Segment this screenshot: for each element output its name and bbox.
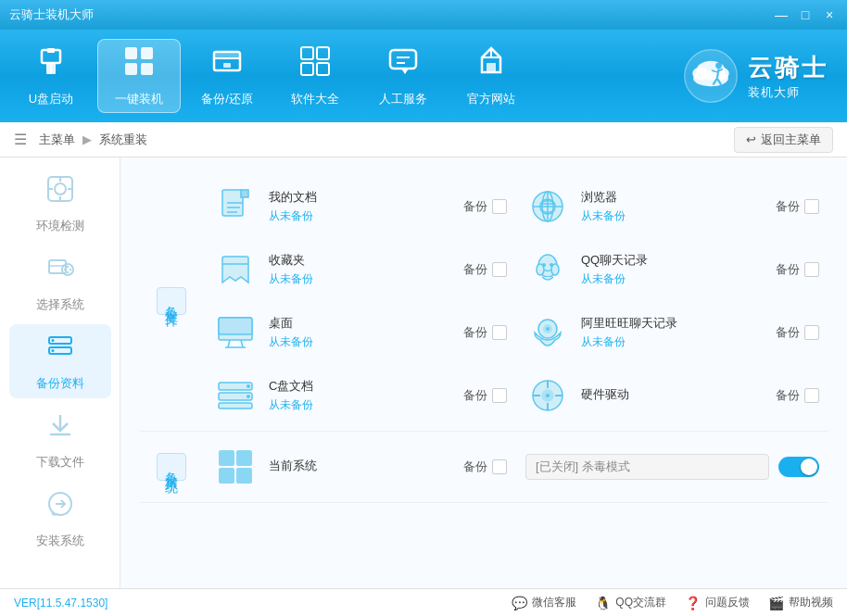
logo-sub-text: 装机大师 — [748, 84, 828, 101]
backup-item-alibaba: 阿里旺旺聊天记录 从未备份 备份 — [516, 305, 828, 360]
svg-rect-5 — [141, 47, 153, 59]
status-feedback[interactable]: ❓ 问题反馈 — [685, 595, 750, 610]
backup-item-browser: 浏览器 从未备份 备份 — [516, 179, 828, 234]
nav-item-service[interactable]: 人工服务 — [361, 39, 445, 113]
sidebar-item-download[interactable]: 下载文件 — [9, 403, 111, 477]
svg-rect-6 — [125, 63, 137, 75]
nav-item-website[interactable]: 官方网站 — [449, 39, 533, 113]
backup-item-mydocs: 我的文档 从未备份 备份 — [204, 179, 516, 234]
svg-rect-12 — [301, 47, 313, 59]
cdocs-info: C盘文档 从未备份 — [269, 378, 452, 413]
logo-main-text: 云骑士 — [748, 52, 828, 84]
nav-label-onekey: 一键装机 — [115, 91, 163, 107]
feedback-label: 问题反馈 — [705, 595, 750, 610]
svg-marker-19 — [401, 69, 409, 74]
backup-system-grid: 当前系统 备份 [已关闭] 杀毒模式 — [204, 439, 828, 495]
cursys-icon — [213, 445, 258, 489]
svg-point-29 — [715, 62, 722, 69]
favorites-status: 从未备份 — [269, 271, 452, 287]
favorites-checkbox[interactable]: 备份 — [463, 261, 507, 278]
svg-rect-11 — [223, 63, 231, 68]
status-qq[interactable]: 🐧 QQ交流群 — [595, 595, 666, 610]
sidebar-item-data[interactable]: 备份资料 — [9, 324, 111, 398]
nav-item-software[interactable]: 软件大全 — [273, 39, 357, 113]
backup-item-desktop: 桌面 从未备份 备份 — [204, 305, 516, 360]
cdocs-icon — [213, 373, 258, 418]
cursys-checkbox[interactable]: 备份 — [463, 459, 507, 475]
status-wechat[interactable]: 💬 微信客服 — [512, 595, 576, 610]
antivirus-toggle[interactable] — [778, 457, 819, 477]
nav-item-backup[interactable]: 备份/还原 — [185, 39, 269, 113]
backup-system-section: 备份系统 当前系统 — [139, 432, 828, 503]
usb-icon — [34, 44, 68, 85]
alibaba-checkbox[interactable]: 备份 — [776, 324, 819, 341]
qq-icon — [525, 247, 570, 292]
drivers-checkbox[interactable]: 备份 — [776, 387, 819, 404]
sidebar-label-install: 安装系统 — [36, 533, 84, 549]
qq-checkbox[interactable]: 备份 — [776, 261, 819, 278]
nav-item-usb[interactable]: U盘启动 — [9, 39, 93, 113]
drivers-name: 硬件驱动 — [581, 386, 765, 403]
minimize-button[interactable]: — — [773, 6, 790, 23]
svg-rect-21 — [487, 63, 496, 72]
favorites-icon — [213, 247, 258, 292]
favorites-name: 收藏夹 — [269, 252, 452, 269]
navbar: U盘启动 一键装机 备份/还原 — [0, 30, 847, 122]
breadcrumb-left: ☰ 主菜单 ▶ 系统重装 — [14, 131, 147, 148]
desktop-checkbox[interactable]: 备份 — [463, 324, 507, 341]
backup-system-label: 备份系统 — [139, 439, 204, 495]
cdocs-checkbox[interactable]: 备份 — [463, 387, 507, 404]
antivirus-label: [已关闭] 杀毒模式 — [525, 454, 769, 480]
window-controls[interactable]: — □ × — [773, 6, 838, 23]
qq-status-icon: 🐧 — [595, 596, 611, 610]
qq-name: QQ聊天记录 — [581, 252, 765, 269]
app-title: 云骑士装机大师 — [9, 6, 773, 23]
svg-line-76 — [241, 340, 243, 347]
nav-label-backup: 备份/还原 — [201, 91, 253, 107]
svg-rect-93 — [219, 450, 234, 466]
svg-rect-96 — [236, 468, 252, 484]
sidebar: 环境检测 选择系统 — [0, 157, 120, 616]
backup-item-drivers: 硬件驱动 备份 — [516, 368, 828, 423]
mydocs-checkbox[interactable]: 备份 — [463, 198, 507, 215]
logo-image — [683, 48, 739, 104]
maximize-button[interactable]: □ — [797, 6, 814, 23]
browser-icon — [525, 184, 570, 229]
backup-files-grid: 我的文档 从未备份 备份 — [204, 179, 828, 423]
toggle-knob — [801, 459, 817, 475]
nav-label-website: 官方网站 — [467, 91, 515, 107]
main-layout: 环境检测 选择系统 — [0, 157, 847, 616]
content-area: 备份文件 我的 — [120, 157, 847, 616]
mydocs-info: 我的文档 从未备份 — [269, 189, 452, 224]
browser-name: 浏览器 — [581, 189, 765, 206]
svg-rect-57 — [241, 190, 248, 197]
sidebar-label-system: 选择系统 — [36, 296, 84, 313]
app-logo: 云骑士 装机大师 — [683, 48, 828, 104]
website-icon — [474, 44, 508, 85]
cursys-info: 当前系统 — [269, 458, 452, 477]
backup-item-favorites: 收藏夹 从未备份 备份 — [204, 242, 516, 297]
svg-rect-1 — [47, 48, 55, 53]
nav-item-onekey[interactable]: 一键装机 — [97, 39, 181, 113]
sidebar-item-install[interactable]: 安装系统 — [9, 482, 111, 556]
backup-item-cursys: 当前系统 备份 — [204, 439, 516, 495]
back-button[interactable]: ↩ 返回主菜单 — [734, 127, 833, 153]
breadcrumb-current: 系统重装 — [99, 132, 147, 148]
breadcrumb-home[interactable]: 主菜单 — [39, 132, 75, 148]
backup-item-cdocs: C盘文档 从未备份 备份 — [204, 368, 516, 423]
browser-checkbox[interactable]: 备份 — [776, 198, 819, 215]
wechat-label: 微信客服 — [532, 595, 576, 610]
mydocs-status: 从未备份 — [269, 208, 452, 224]
backup-files-section: 备份文件 我的 — [139, 171, 828, 432]
service-icon — [386, 44, 420, 85]
alibaba-status: 从未备份 — [581, 334, 765, 350]
sidebar-item-env[interactable]: 环境检测 — [9, 167, 111, 241]
sidebar-item-system[interactable]: 选择系统 — [9, 245, 111, 320]
svg-rect-95 — [219, 468, 234, 484]
backup-files-label: 备份文件 — [139, 179, 204, 423]
close-button[interactable]: × — [821, 6, 838, 23]
status-video[interactable]: 🎬 帮助视频 — [768, 595, 833, 610]
nav-items: U盘启动 一键装机 备份/还原 — [9, 39, 533, 113]
qq-info: QQ聊天记录 从未备份 — [581, 252, 765, 287]
alibaba-info: 阿里旺旺聊天记录 从未备份 — [581, 315, 765, 350]
